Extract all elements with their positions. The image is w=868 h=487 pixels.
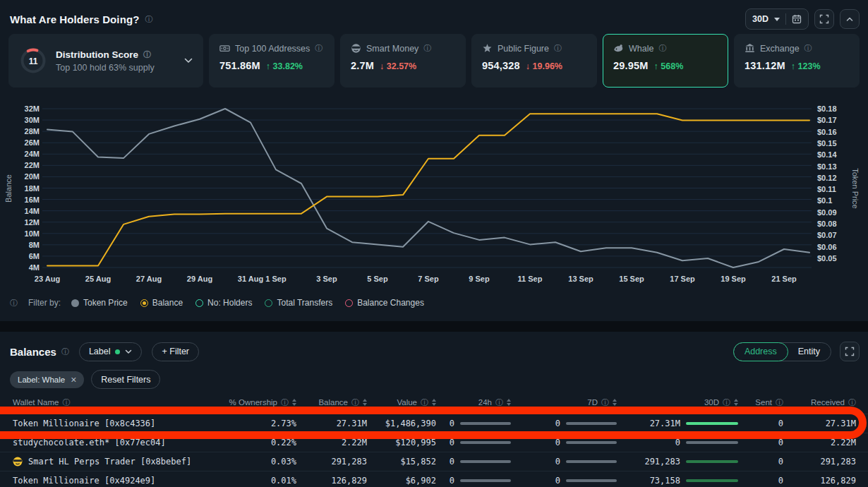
toggle-entity[interactable]: Entity <box>788 343 831 361</box>
sunglasses-emoji-icon <box>13 457 23 467</box>
col-sent[interactable]: Sent <box>755 398 772 407</box>
change-24h: 0 <box>436 419 511 428</box>
svg-text:32M: 32M <box>25 104 40 113</box>
info-icon[interactable] <box>62 399 70 407</box>
table-row[interactable]: Smart HL Perps Trader [0x8bebef] 0.03% 2… <box>0 452 868 471</box>
legend-marker-icon <box>71 299 79 307</box>
col-24h[interactable]: 24h <box>478 398 492 407</box>
address-entity-toggle: Address Entity <box>733 342 831 361</box>
col-balance[interactable]: Balance <box>318 398 348 407</box>
info-icon[interactable] <box>495 399 503 407</box>
legend-token-price[interactable]: Token Price <box>71 298 128 308</box>
info-icon[interactable] <box>145 16 152 23</box>
table-row[interactable]: Token Millionaire [0x4924e9] 0.01% 126,8… <box>0 471 868 487</box>
col-received[interactable]: Received <box>811 398 845 407</box>
svg-text:$0.18: $0.18 <box>817 104 837 113</box>
info-icon[interactable] <box>351 399 359 407</box>
what-are-holders-doing-panel: What Are Holders Doing? 30D <box>0 0 868 321</box>
table-row[interactable]: studychocolate.eth* [0x77ec04] 0.22% 2.2… <box>0 433 868 452</box>
whale-icon <box>613 43 624 54</box>
info-icon[interactable] <box>723 399 730 407</box>
wallet-name[interactable]: studychocolate.eth* [0x77ec04] <box>13 438 220 447</box>
chart-filter-bar: Filter by: Token PriceBalanceNo: Holders… <box>10 298 424 308</box>
info-icon[interactable] <box>315 44 323 52</box>
score-value: 11 <box>29 56 38 66</box>
change-7d: 0 <box>511 419 617 428</box>
info-icon[interactable] <box>776 399 783 407</box>
period-selector[interactable]: 30D <box>745 8 809 30</box>
series-balance <box>47 114 809 265</box>
holders-chart[interactable]: 32M30M28M26M24M22M20M18M16M14M12M10M8M6M… <box>0 99 868 291</box>
info-icon[interactable] <box>423 44 431 52</box>
stat-card-value: 2.7M <box>351 60 374 71</box>
svg-text:24M: 24M <box>25 150 40 158</box>
distribution-score-card[interactable]: 11 Distribution Score Top 100 hold 63% s… <box>8 34 203 88</box>
col-ownership[interactable]: % Ownership <box>229 398 277 407</box>
legend-marker-icon <box>140 299 148 307</box>
period-value: 30D <box>752 14 768 24</box>
info-icon[interactable] <box>10 299 18 307</box>
col-value[interactable]: Value <box>397 398 417 407</box>
ownership-value: 0.03% <box>220 457 296 467</box>
svg-text:25 Aug: 25 Aug <box>85 275 111 283</box>
wallet-name[interactable]: Token Millionaire [0x4924e9] <box>13 476 220 486</box>
usd-value: $6,902 <box>367 476 436 486</box>
info-icon[interactable] <box>281 399 289 407</box>
legend-balance-changes[interactable]: Balance Changes <box>345 298 424 308</box>
mini-bar <box>460 460 511 463</box>
info-icon[interactable] <box>421 399 428 407</box>
calendar-icon[interactable] <box>792 14 802 24</box>
toggle-address[interactable]: Address <box>733 342 788 361</box>
wallet-name[interactable]: Smart HL Perps Trader [0x8bebef] <box>13 457 220 467</box>
change-24h: 0 <box>436 476 511 486</box>
svg-text:13 Sep: 13 Sep <box>568 275 593 283</box>
received-value: 27.31M <box>783 419 856 428</box>
ownership-value: 0.01% <box>220 476 296 486</box>
legend-no-holders[interactable]: No: Holders <box>195 298 252 308</box>
received-value: 2.22M <box>783 438 856 447</box>
filter-chip-label-whale[interactable]: Label: Whale <box>10 371 84 388</box>
reset-filters-button[interactable]: Reset Filters <box>91 370 160 389</box>
info-icon[interactable] <box>61 348 69 356</box>
add-filter-button[interactable]: + Filter <box>152 342 199 361</box>
stat-card-exchange[interactable]: Exchange 131.12M ↑ 123% <box>734 34 860 88</box>
wallet-name[interactable]: Token Millionaire [0x8c4336] <box>13 419 220 428</box>
balances-header: Balances Label + Filter Address Entity <box>10 342 860 361</box>
info-icon[interactable] <box>601 399 609 407</box>
svg-text:4M: 4M <box>29 263 40 272</box>
stat-card-whale[interactable]: Whale 29.95M ↑ 568% <box>603 34 728 88</box>
table-body: Token Millionaire [0x8c4336] 2.73% 27.31… <box>0 414 868 487</box>
legend-total-transfers[interactable]: Total Transfers <box>265 298 332 308</box>
svg-text:30M: 30M <box>25 116 40 124</box>
chevron-down-icon[interactable] <box>184 58 193 64</box>
svg-text:22M: 22M <box>25 161 40 169</box>
label-dropdown[interactable]: Label <box>79 342 143 361</box>
col-wallet-name[interactable]: Wallet Name <box>13 398 59 407</box>
balances-panel: Balances Label + Filter Address Entity <box>0 332 868 487</box>
stat-cards: Top 100 Addresses 751.86M ↑ 33.82% Smart… <box>209 34 860 88</box>
stat-card-smart-money[interactable]: Smart Money 2.7M ↓ 32.57% <box>340 34 466 88</box>
table-row[interactable]: Token Millionaire [0x8c4336] 2.73% 27.31… <box>0 414 868 433</box>
change-30d: 291,283 <box>617 457 738 467</box>
stat-card-top-100-addresses[interactable]: Top 100 Addresses 751.86M ↑ 33.82% <box>209 34 334 88</box>
mini-bar <box>686 441 738 444</box>
legend-balance[interactable]: Balance <box>140 298 183 308</box>
info-icon[interactable] <box>848 399 856 407</box>
info-icon[interactable] <box>143 51 151 59</box>
col-30d[interactable]: 30D <box>704 398 719 407</box>
info-icon[interactable] <box>554 44 562 52</box>
stat-card-label: Top 100 Addresses <box>235 44 310 54</box>
sent-value: 0 <box>738 419 783 428</box>
stat-card-value: 954,328 <box>482 60 520 71</box>
close-icon[interactable] <box>71 375 76 385</box>
fullscreen-icon <box>845 347 855 356</box>
info-icon[interactable] <box>804 44 812 52</box>
svg-text:$0.07: $0.07 <box>817 231 837 239</box>
info-icon[interactable] <box>658 44 666 52</box>
balance-value: 2.22M <box>296 438 367 447</box>
col-7d[interactable]: 7D <box>587 398 598 407</box>
collapse-button[interactable] <box>840 9 860 29</box>
table-fullscreen-button[interactable] <box>840 342 860 361</box>
fullscreen-button[interactable] <box>814 9 834 29</box>
stat-card-public-figure[interactable]: Public Figure 954,328 ↓ 19.96% <box>471 34 597 88</box>
